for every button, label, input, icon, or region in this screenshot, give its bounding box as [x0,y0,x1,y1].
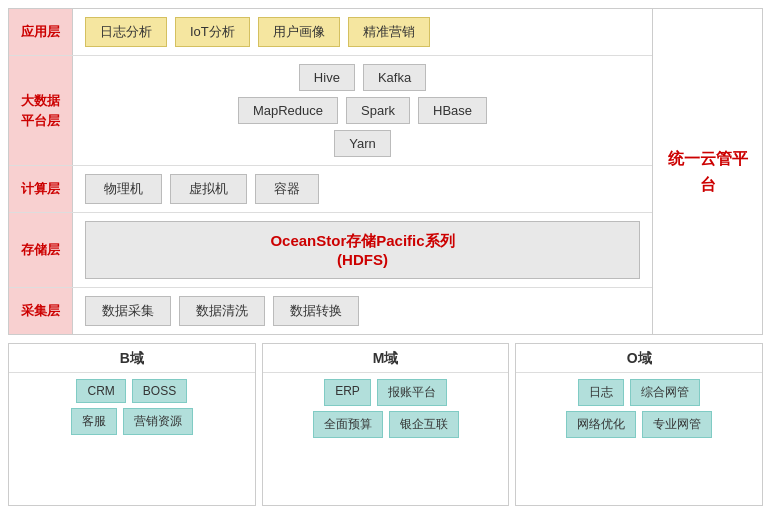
layers-left: 应用层 日志分析 IoT分析 用户画像 精准营销 大数据 平台层 [9,9,652,334]
domains-section: B域 CRM BOSS 客服 营销资源 M域 ERP 报账平台 [8,343,763,506]
bigdata-row1: Hive Kafka [85,64,640,91]
b-crm: CRM [76,379,125,403]
b-domain-title: B域 [9,344,255,373]
architecture-diagram: 应用层 日志分析 IoT分析 用户画像 精准营销 大数据 平台层 [8,8,763,335]
collect-item-1: 数据清洗 [179,296,265,326]
compute-layer-row: 计算层 物理机 虚拟机 容器 [9,166,652,213]
m-erp: ERP [324,379,371,406]
app-layer-content: 日志分析 IoT分析 用户画像 精准营销 [73,9,652,55]
o-domain-row1: 网络优化 专业网管 [524,411,754,438]
collect-item-0: 数据采集 [85,296,171,326]
m-yinjie: 银企互联 [389,411,459,438]
b-kefu: 客服 [71,408,117,435]
bigdata-row3: Yarn [85,130,640,157]
m-domain-items: ERP 报账平台 全面预算 银企互联 [263,373,509,505]
bigdata-hbase: HBase [418,97,487,124]
m-domain-box: M域 ERP 报账平台 全面预算 银企互联 [262,343,510,506]
cloud-management-panel: 统一云管平台 [652,9,762,334]
bigdata-yarn: Yarn [334,130,391,157]
m-quanmian: 全面预算 [313,411,383,438]
b-domain-row1: 客服 营销资源 [17,408,247,435]
compute-layer-content: 物理机 虚拟机 容器 [73,166,652,212]
m-domain-title: M域 [263,344,509,373]
b-boss: BOSS [132,379,187,403]
app-item-0: 日志分析 [85,17,167,47]
bigdata-layer-label: 大数据 平台层 [9,56,73,165]
collect-layer-row: 采集层 数据采集 数据清洗 数据转换 [9,288,652,334]
b-domain-items: CRM BOSS 客服 营销资源 [9,373,255,505]
compute-item-2: 容器 [255,174,319,204]
bigdata-layer-content: Hive Kafka MapReduce Spark HBase Yarn [73,56,652,165]
app-item-1: IoT分析 [175,17,250,47]
o-domain-box: O域 日志 综合网管 网络优化 专业网管 [515,343,763,506]
o-zhonghe: 综合网管 [630,379,700,406]
bigdata-mapreduce: MapReduce [238,97,338,124]
m-domain-row0: ERP 报账平台 [271,379,501,406]
o-domain-title: O域 [516,344,762,373]
main-container: 应用层 日志分析 IoT分析 用户画像 精准营销 大数据 平台层 [0,0,771,514]
storage-layer-row: 存储层 OceanStor存储Pacific系列 (HDFS) [9,213,652,288]
compute-item-0: 物理机 [85,174,162,204]
b-domain-row0: CRM BOSS [17,379,247,403]
o-wangluo: 网络优化 [566,411,636,438]
storage-layer-content: OceanStor存储Pacific系列 (HDFS) [73,213,652,287]
collect-layer-label: 采集层 [9,288,73,334]
b-yxzy: 营销资源 [123,408,193,435]
bigdata-kafka: Kafka [363,64,426,91]
o-log: 日志 [578,379,624,406]
app-item-3: 精准营销 [348,17,430,47]
m-domain-row1: 全面预算 银企互联 [271,411,501,438]
app-item-2: 用户画像 [258,17,340,47]
o-domain-items: 日志 综合网管 网络优化 专业网管 [516,373,762,505]
app-layer-row: 应用层 日志分析 IoT分析 用户画像 精准营销 [9,9,652,56]
compute-item-1: 虚拟机 [170,174,247,204]
b-domain-box: B域 CRM BOSS 客服 营销资源 [8,343,256,506]
compute-layer-label: 计算层 [9,166,73,212]
storage-layer-label: 存储层 [9,213,73,287]
bigdata-spark: Spark [346,97,410,124]
storage-main-box: OceanStor存储Pacific系列 (HDFS) [85,221,640,279]
bigdata-hive: Hive [299,64,355,91]
app-layer-label: 应用层 [9,9,73,55]
bigdata-layer-row: 大数据 平台层 Hive Kafka MapReduce Spark HBase [9,56,652,166]
m-baozhang: 报账平台 [377,379,447,406]
collect-layer-content: 数据采集 数据清洗 数据转换 [73,288,652,334]
o-domain-row0: 日志 综合网管 [524,379,754,406]
bigdata-row2: MapReduce Spark HBase [85,97,640,124]
collect-item-2: 数据转换 [273,296,359,326]
o-zhuanye: 专业网管 [642,411,712,438]
